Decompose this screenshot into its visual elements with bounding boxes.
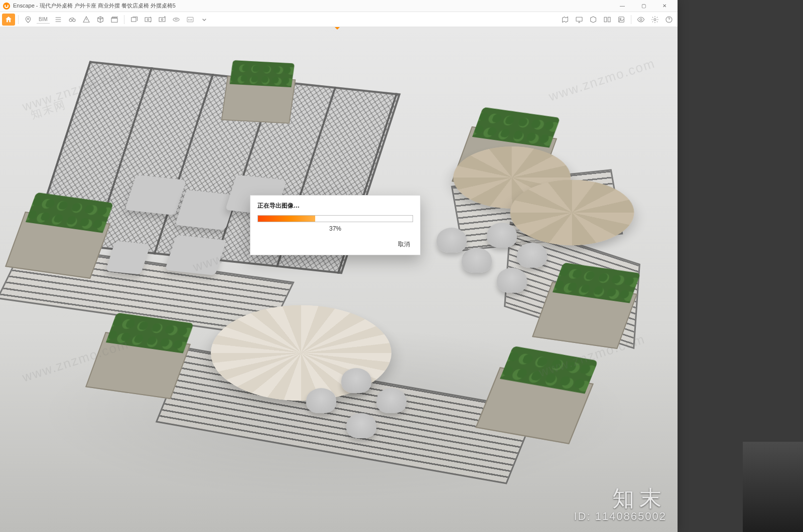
- enscape-logo-icon: [3, 3, 10, 10]
- video-path-button[interactable]: [108, 14, 121, 26]
- more-export-button[interactable]: [198, 14, 211, 26]
- binoculars-button[interactable]: [66, 14, 79, 26]
- svg-point-19: [640, 19, 642, 21]
- screenshot-export-icon: [144, 16, 152, 24]
- scene-planter: [221, 76, 296, 123]
- map-layers-icon: [561, 16, 569, 24]
- app-name: Enscape: [13, 3, 35, 9]
- screenshot-button[interactable]: [142, 14, 155, 26]
- svg-point-9: [161, 19, 163, 20]
- panorama-360-button[interactable]: 360: [170, 14, 183, 26]
- asset-library-icon: [617, 16, 625, 24]
- dialog-title: 正在导出图像…: [257, 202, 413, 210]
- orthographic-button[interactable]: [94, 14, 107, 26]
- clapperboard-icon: [110, 16, 118, 24]
- exe-export-button[interactable]: EXE: [184, 14, 197, 26]
- corner-brand-tag: 知末 ID: 1140865002: [574, 488, 666, 523]
- views-list-button[interactable]: [52, 14, 65, 26]
- exe-export-icon: EXE: [186, 16, 194, 24]
- export-progress-dialog: 正在导出图像… 37% 取消: [250, 195, 421, 255]
- screenshot-batch-icon: [158, 16, 166, 24]
- progress-bar: [257, 215, 413, 222]
- cube-outline-icon: [96, 16, 104, 24]
- box-icon: [589, 16, 597, 24]
- scene-chair: [346, 413, 376, 438]
- scene-chair: [306, 388, 336, 413]
- monitor-icon: [575, 16, 583, 24]
- compare-panels-icon: [603, 16, 611, 24]
- toolbar-group-left: BIM: [2, 14, 211, 26]
- window-title: Enscape - 现代户外桌椅 户外卡座 商业外摆 餐饮店桌椅 外摆桌椅5: [13, 2, 612, 10]
- titlebar: Enscape - 现代户外桌椅 户外卡座 商业外摆 餐饮店桌椅 外摆桌椅5 —…: [0, 0, 678, 12]
- svg-point-1: [69, 19, 72, 21]
- background-dark-strip: [743, 442, 803, 532]
- minimize-button[interactable]: —: [612, 1, 632, 11]
- svg-point-22: [668, 21, 669, 21]
- title-separator: -: [35, 3, 40, 9]
- home-button[interactable]: [2, 14, 15, 26]
- enscape-window: Enscape - 现代户外桌椅 户外卡座 商业外摆 餐饮店桌椅 外摆桌椅5 —…: [0, 0, 678, 532]
- asset-id-prefix: ID:: [574, 510, 595, 522]
- scene-chair: [437, 228, 467, 253]
- dialog-actions: 取消: [257, 239, 413, 250]
- panorama-360-icon: 360: [172, 16, 180, 24]
- window-controls: — ▢ ✕: [612, 1, 675, 11]
- umbrella-canopy: [510, 180, 634, 246]
- batch-export-icon: [130, 16, 138, 24]
- svg-text:360: 360: [174, 18, 178, 21]
- display-settings-button[interactable]: [573, 14, 586, 26]
- favorite-views-button[interactable]: [22, 14, 35, 26]
- close-button[interactable]: ✕: [654, 1, 675, 11]
- document-title: 现代户外桌椅 户外卡座 商业外摆 餐饮店桌椅 外摆桌椅5: [40, 3, 176, 9]
- maximize-button[interactable]: ▢: [633, 1, 653, 11]
- time-of-day-button[interactable]: [80, 14, 93, 26]
- main-toolbar: BIM: [0, 12, 678, 27]
- location-pin-icon: [24, 16, 32, 24]
- progress-fill: [258, 216, 315, 222]
- clock-a-icon: [82, 16, 90, 24]
- svg-point-7: [147, 19, 149, 20]
- asset-library-button[interactable]: [615, 14, 628, 26]
- desktop-background: Enscape - 现代户外桌椅 户外卡座 商业外摆 餐饮店桌椅 外摆桌椅5 —…: [0, 0, 803, 532]
- general-settings-button[interactable]: [648, 14, 661, 26]
- svg-rect-14: [576, 17, 582, 21]
- asset-id-line: ID: 1140865002: [574, 510, 666, 523]
- toolbar-group-right: [559, 14, 676, 26]
- svg-rect-5: [131, 18, 136, 22]
- toolbar-separator: [124, 15, 124, 24]
- settings-gear-icon: [651, 16, 659, 24]
- svg-rect-8: [159, 18, 165, 22]
- toolbar-separator: [631, 15, 631, 24]
- chevron-down-icon: [200, 16, 208, 24]
- svg-point-2: [72, 19, 75, 21]
- scene-chair: [462, 248, 492, 273]
- asset-box-button[interactable]: [587, 14, 600, 26]
- asset-id-value: 1140865002: [595, 510, 666, 522]
- svg-rect-4: [111, 18, 117, 22]
- scene-chair: [487, 223, 517, 248]
- scene-chair: [376, 388, 407, 413]
- batch-render-button[interactable]: [127, 14, 141, 26]
- svg-rect-15: [604, 17, 607, 22]
- batch-screenshot-button[interactable]: [156, 14, 169, 26]
- cancel-button[interactable]: 取消: [395, 239, 413, 250]
- svg-point-0: [27, 18, 29, 20]
- scene-contents: [0, 27, 678, 532]
- svg-point-18: [620, 18, 621, 20]
- progress-percent-label: 37%: [257, 225, 413, 232]
- brand-logo-text: 知末: [574, 488, 666, 510]
- minimap-button[interactable]: [559, 14, 572, 26]
- render-viewport[interactable]: www.znzmo.com 知末网 www.znzmo.com www.znzm…: [0, 27, 678, 532]
- svg-point-20: [654, 19, 656, 21]
- visual-settings-button[interactable]: [634, 14, 647, 26]
- help-question-icon: [665, 16, 673, 24]
- home-icon: [5, 16, 13, 24]
- scene-chair: [517, 243, 547, 268]
- compare-button[interactable]: [601, 14, 614, 26]
- svg-rect-6: [145, 18, 151, 22]
- scene-chair: [341, 368, 371, 393]
- help-button[interactable]: [662, 14, 676, 26]
- toolbar-separator: [18, 15, 19, 24]
- bim-mode-label[interactable]: BIM: [37, 16, 50, 24]
- svg-rect-16: [608, 17, 610, 22]
